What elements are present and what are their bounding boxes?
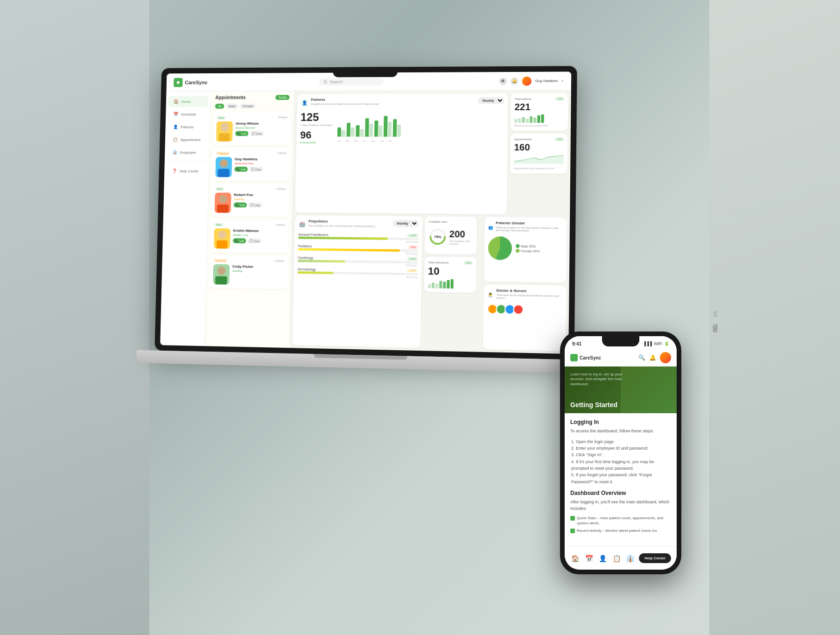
filter-tabs: All Male Female: [210, 102, 294, 111]
phone-hero-title: Getting Started: [570, 401, 617, 409]
patient-avatar-cody: [213, 264, 230, 285]
phone-nav-employee[interactable]: 👔: [625, 553, 636, 564]
poly-item-peds: Pediatrics -25% 320 Visitors: [298, 244, 418, 255]
schedule-icon: 📅: [173, 112, 178, 117]
svg-line-1: [326, 82, 327, 83]
phone-nav-patients[interactable]: 👤: [598, 553, 608, 564]
laptop-screen-bezel: CareSync Search: [154, 66, 577, 360]
gender-pie: [488, 236, 512, 260]
filter-all[interactable]: All: [215, 104, 224, 109]
chat-btn-kristin[interactable]: 💬 Chat: [247, 238, 262, 243]
svg-point-18: [430, 230, 445, 244]
chart-label-jan: Jan: [337, 140, 341, 142]
patient-time-jenny: 9:00am: [278, 116, 287, 120]
sidebar-item-home[interactable]: 🏠 Home: [168, 96, 209, 107]
wifi-icon: WiFi: [654, 341, 662, 346]
chart-label-jun: Jun: [380, 140, 384, 142]
gender-legend: Male 55% Female 45%: [516, 244, 540, 253]
phone-time: 9:41: [572, 341, 581, 346]
gender-chart: Male 55% Female 45%: [488, 236, 563, 261]
appointments-panel: Appointments Today All Male Female: [205, 91, 295, 348]
doctor-nurses-card: 👨‍⚕️ Doctor & Nurses Total view of the d…: [483, 284, 567, 351]
filter-male[interactable]: Male: [226, 104, 238, 109]
phone-nav-appointment[interactable]: 📋: [611, 553, 622, 564]
poly-item-derm: Dermatology +10% 80 Visitors: [297, 267, 418, 279]
poly-visitors-derm: 80 Visitors: [297, 274, 417, 279]
today-button[interactable]: Today: [275, 95, 289, 100]
gender-subtitle: Offering insights on the distribution be…: [496, 226, 563, 233]
top-row: 👤 Patients Insightful overview of patien…: [295, 93, 568, 215]
patient-condition-kristin: Weight Loss: [233, 233, 285, 237]
battery-icon: 🔋: [664, 341, 669, 346]
patient-card-guy: Ongoing 9:00am: [212, 148, 291, 181]
svg-text:75%: 75%: [434, 235, 441, 239]
phone-hero-subtitle: Learn how to log in, set up your account…: [570, 372, 631, 387]
patient-name-robert: Robert Fox: [234, 193, 286, 198]
available-room-desc: 75% available, 25% available: [449, 240, 473, 246]
home-icon: 🏠: [173, 99, 179, 105]
doctor-icon: 👨‍⚕️: [487, 292, 493, 298]
polyclinics-title: Polyclinics: [308, 219, 375, 224]
recovered-label: ● Recovered: [300, 141, 332, 144]
phone-logo: CareSync: [570, 354, 601, 361]
phone-header-right: 🔍 🔔: [638, 352, 671, 363]
dashboard-right: 👤 Patients Insightful overview of patien…: [289, 91, 571, 354]
dash-body: 🏠 Home 📅 Schedule 👤 Patients: [160, 91, 571, 354]
phone-bell-icon[interactable]: 🔔: [649, 354, 656, 361]
filter-female[interactable]: Female: [240, 104, 256, 109]
appointments-header: Appointments Today: [211, 91, 294, 102]
settings-icon[interactable]: ⚙: [499, 78, 507, 85]
period-select[interactable]: Monthly Weekly: [478, 97, 504, 104]
doctor-title: Doctor & Nurses: [496, 289, 562, 294]
patient-avatar-jenny: [216, 121, 233, 141]
available-room-title: Available room: [429, 220, 473, 224]
phone-search-icon[interactable]: 🔍: [638, 354, 645, 361]
call-btn-kristin[interactable]: 📞 Call: [233, 238, 246, 243]
chat-btn-guy[interactable]: 💬 Chat: [249, 167, 263, 172]
checkbox-icon-1: [570, 516, 575, 521]
patients-section-subtitle: Insightful overview of patient recovery …: [311, 103, 379, 106]
sidebar-item-employee[interactable]: 👔 Employee: [167, 147, 208, 158]
sidebar-item-appointment[interactable]: 📋 Appointment: [167, 134, 208, 145]
laptop-screen: CareSync Search: [160, 71, 571, 353]
call-btn-jenny[interactable]: 📞 Call: [235, 131, 248, 136]
help-center-button[interactable]: Help Center: [639, 553, 671, 563]
call-btn-guy[interactable]: 📞 Call: [234, 167, 247, 172]
sidebar-item-patients[interactable]: 👤 Patients: [167, 121, 208, 132]
polyclinics-card: 🏥 Polyclinics Key statistics on the most…: [293, 215, 422, 348]
sidebar-item-help[interactable]: ❓ Help Center: [166, 165, 207, 176]
watermark: UI 铺子 有版权: [712, 311, 719, 324]
patient-time-cody: 9:00am: [275, 260, 285, 263]
phone-bezel: 9:41 ▐▐▐ WiFi 🔋 CareSync 🔍 🔔: [560, 332, 681, 574]
gender-title: Patients Gender: [496, 221, 563, 226]
patient-badge-robert: New: [215, 187, 224, 191]
total-patients-chart: [514, 113, 564, 123]
dashboard: CareSync Search: [160, 71, 571, 353]
poly-visitors-gp: 200 Visitors: [298, 240, 418, 244]
appointments-line-chart: [514, 152, 564, 164]
chart-label-mar: Mar: [354, 140, 358, 142]
sidebar: 🏠 Home 📅 Schedule 👤 Patients: [160, 92, 211, 346]
stats-column: Available room: [423, 217, 482, 349]
patient-card-kristin: New 9:00am: [210, 219, 289, 253]
chat-btn-jenny[interactable]: 💬 Chat: [250, 131, 264, 136]
sidebar-item-schedule[interactable]: 📅 Schedule: [168, 109, 209, 120]
polyclinics-period-select[interactable]: Monthly: [392, 220, 418, 227]
available-room-card: Available room: [425, 217, 477, 255]
phone-step-1: 1. Open the login page.: [570, 438, 671, 445]
available-room-number: 200: [449, 229, 473, 240]
phone-nav-schedule[interactable]: 📅: [584, 553, 594, 564]
call-btn-robert[interactable]: 📞 Call: [234, 202, 247, 207]
polyclinics-subtitle: Key statistics on the most frequently vi…: [308, 224, 375, 227]
dash-search[interactable]: Search: [319, 78, 384, 85]
patient-list: New 9:00am: [205, 111, 294, 348]
bell-icon[interactable]: 🔔: [511, 77, 518, 85]
chat-btn-robert[interactable]: 💬 Chat: [248, 203, 263, 208]
sidebar-divider: [168, 162, 205, 162]
poly-badge-peds: -25%: [408, 245, 418, 249]
phone-nav-home[interactable]: 🏠: [570, 553, 581, 564]
checkbox-text-1: Quick Stats – View patient count, appoin…: [577, 515, 671, 526]
appointments-stat-desc: Appointments have increased by 20%: [514, 167, 564, 170]
total-patients-number: 221: [515, 102, 565, 112]
patient-badge-kristin: New: [214, 223, 224, 226]
